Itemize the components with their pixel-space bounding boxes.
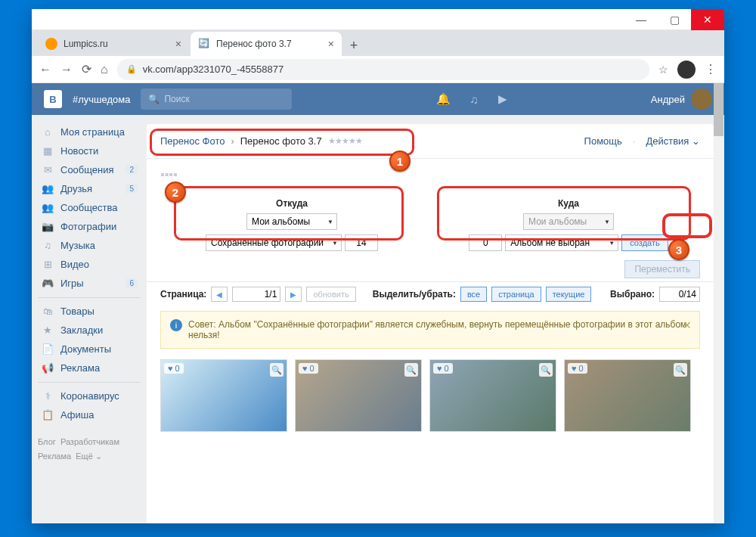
tab-close-icon[interactable]: × bbox=[328, 38, 334, 50]
scrollbar-thumb[interactable] bbox=[714, 83, 723, 136]
like-badge[interactable]: ♥ 0 bbox=[568, 363, 587, 374]
loading-indicator: ▪▪▪▪ bbox=[147, 159, 714, 191]
transfer-panel: 2 3 Откуда Мои альбомы Сохранённые фотог… bbox=[147, 191, 714, 257]
home-button[interactable]: ⌂ bbox=[101, 63, 108, 76]
tip-banner: i Совет: Альбом "Сохранённые фотографии"… bbox=[160, 311, 700, 349]
sidebar-item-photos[interactable]: 📷Фотографии bbox=[38, 217, 141, 236]
select-all-button[interactable]: все bbox=[460, 287, 487, 302]
close-button[interactable]: ✕ bbox=[691, 9, 724, 30]
header-hashtag[interactable]: #лучшедома bbox=[73, 94, 130, 105]
sidebar-item-label: Сообщения bbox=[60, 164, 114, 175]
refresh-button[interactable]: обновить bbox=[306, 287, 355, 302]
next-page-button[interactable]: ▶ bbox=[285, 287, 302, 302]
sidebar-item-groups[interactable]: 👥Сообщества bbox=[38, 198, 141, 217]
vk-body: ⌂Моя страница ▦Новости ✉Сообщения2 👥Друз… bbox=[32, 115, 724, 523]
breadcrumb-root[interactable]: Перенос Фото bbox=[160, 135, 225, 147]
to-albums-select[interactable]: Мои альбомы bbox=[523, 213, 614, 230]
move-button[interactable]: Переместить bbox=[624, 260, 700, 278]
from-album-select[interactable]: Сохранённые фотографии bbox=[206, 234, 342, 251]
game-icon: 🎮 bbox=[41, 278, 54, 289]
forward-button[interactable]: → bbox=[60, 63, 73, 76]
sidebar-item-market[interactable]: 🛍Товары bbox=[38, 297, 141, 321]
annotation-callout-3: 3 bbox=[668, 239, 689, 260]
window-titlebar: — ▢ ✕ bbox=[32, 9, 724, 30]
photo-thumb[interactable]: ♥ 0🔍 bbox=[564, 359, 691, 432]
help-link[interactable]: Помощь bbox=[584, 135, 622, 147]
photo-thumb[interactable]: ♥ 0🔍 bbox=[429, 359, 556, 432]
select-page-button[interactable]: страница bbox=[491, 287, 541, 302]
from-title: Откуда bbox=[276, 198, 308, 209]
photo-thumb[interactable]: ♥ 0🔍 bbox=[160, 359, 287, 432]
ads-icon: 📢 bbox=[41, 362, 54, 374]
actions-dropdown[interactable]: Действия ⌄ bbox=[646, 135, 700, 147]
sidebar-item-news[interactable]: ▦Новости bbox=[38, 141, 141, 160]
badge: 6 bbox=[125, 278, 138, 288]
music-icon[interactable]: ♫ bbox=[470, 93, 479, 106]
footer-link[interactable]: Разработчикам bbox=[60, 437, 119, 446]
vk-logo-icon[interactable]: B bbox=[44, 90, 62, 108]
menu-icon[interactable]: ⋮ bbox=[705, 62, 717, 76]
select-current-button[interactable]: текущие bbox=[546, 287, 592, 302]
tab-perenos[interactable]: 🔄 Перенос фото 3.7 × bbox=[191, 32, 342, 56]
from-count: 14 bbox=[345, 234, 378, 251]
footer-link[interactable]: Ещё ⌄ bbox=[76, 452, 102, 461]
minimize-button[interactable]: — bbox=[624, 9, 658, 30]
friends-icon: 👥 bbox=[41, 183, 54, 194]
create-button[interactable]: создать bbox=[621, 234, 668, 251]
reload-button[interactable]: ⟳ bbox=[82, 62, 91, 76]
sidebar-item-label: Новости bbox=[60, 145, 98, 157]
search-input[interactable]: 🔍 Поиск bbox=[141, 88, 292, 110]
footer-link[interactable]: Реклама bbox=[38, 452, 71, 461]
profile-avatar[interactable] bbox=[677, 61, 696, 79]
maximize-button[interactable]: ▢ bbox=[658, 9, 691, 30]
tab-lumpics[interactable]: Lumpics.ru × bbox=[38, 32, 189, 56]
info-icon: i bbox=[170, 319, 182, 331]
url-text: vk.com/app3231070_-45558877 bbox=[143, 64, 284, 75]
rating-stars-icon[interactable]: ★★★★★ bbox=[328, 136, 362, 146]
like-badge[interactable]: ♥ 0 bbox=[164, 363, 184, 374]
zoom-icon[interactable]: 🔍 bbox=[539, 363, 553, 377]
sidebar-item-music[interactable]: ♫Музыка bbox=[38, 236, 141, 255]
zoom-icon[interactable]: 🔍 bbox=[270, 363, 284, 377]
play-icon[interactable]: ▶ bbox=[498, 92, 507, 106]
to-album-select[interactable]: Альбом не выбран bbox=[505, 234, 618, 251]
sidebar-item-label: Коронавирус bbox=[60, 390, 119, 402]
sidebar-item-docs[interactable]: 📄Документы bbox=[38, 340, 141, 359]
zoom-icon[interactable]: 🔍 bbox=[674, 363, 687, 377]
prev-page-button[interactable]: ◀ bbox=[211, 287, 228, 302]
new-tab-button[interactable]: + bbox=[343, 35, 364, 56]
sidebar-item-friends[interactable]: 👥Друзья5 bbox=[38, 179, 141, 198]
sidebar-item-bookmarks[interactable]: ★Закладки bbox=[38, 321, 141, 340]
camera-icon: 📷 bbox=[41, 221, 54, 232]
sidebar-item-label: Реклама bbox=[60, 362, 100, 374]
select-label: Выделить/убрать: bbox=[373, 289, 456, 300]
like-badge[interactable]: ♥ 0 bbox=[299, 363, 318, 374]
sidebar-item-afisha[interactable]: 📋Афиша bbox=[38, 405, 141, 424]
sidebar-item-messages[interactable]: ✉Сообщения2 bbox=[38, 160, 141, 179]
vk-page: B #лучшедома 🔍 Поиск 🔔 ♫ ▶ Андрей ⌂Моя с… bbox=[32, 83, 724, 523]
sidebar-item-ads[interactable]: 📢Реклама bbox=[38, 359, 141, 377]
back-button[interactable]: ← bbox=[39, 63, 51, 76]
sidebar-item-video[interactable]: ⊞Видео bbox=[38, 255, 141, 274]
sidebar-item-profile[interactable]: ⌂Моя страница bbox=[38, 123, 141, 141]
user-menu[interactable]: Андрей bbox=[651, 88, 712, 110]
bookmark-icon[interactable]: ☆ bbox=[658, 64, 668, 76]
scrollbar[interactable] bbox=[714, 83, 723, 523]
sidebar-item-games[interactable]: 🎮Игры6 bbox=[38, 274, 141, 293]
photo-thumb[interactable]: ♥ 0🔍 bbox=[295, 359, 422, 432]
tab-close-icon[interactable]: × bbox=[175, 38, 181, 50]
like-badge[interactable]: ♥ 0 bbox=[433, 363, 453, 374]
sidebar-item-covid[interactable]: ⚕Коронавирус bbox=[38, 382, 141, 405]
chosen-label: Выбрано: bbox=[610, 289, 655, 300]
sidebar-item-label: Афиша bbox=[60, 409, 94, 421]
search-placeholder: Поиск bbox=[164, 94, 189, 104]
footer-link[interactable]: Блог bbox=[38, 437, 56, 446]
page-input[interactable] bbox=[232, 287, 280, 302]
url-input[interactable]: 🔒 vk.com/app3231070_-45558877 bbox=[117, 59, 649, 80]
from-albums-select[interactable]: Мои альбомы bbox=[246, 213, 337, 230]
username: Андрей bbox=[651, 94, 685, 105]
home-icon: ⌂ bbox=[41, 126, 54, 138]
notifications-icon[interactable]: 🔔 bbox=[436, 92, 451, 106]
dismiss-tip-icon[interactable]: ✕ bbox=[683, 319, 692, 331]
zoom-icon[interactable]: 🔍 bbox=[404, 363, 418, 377]
